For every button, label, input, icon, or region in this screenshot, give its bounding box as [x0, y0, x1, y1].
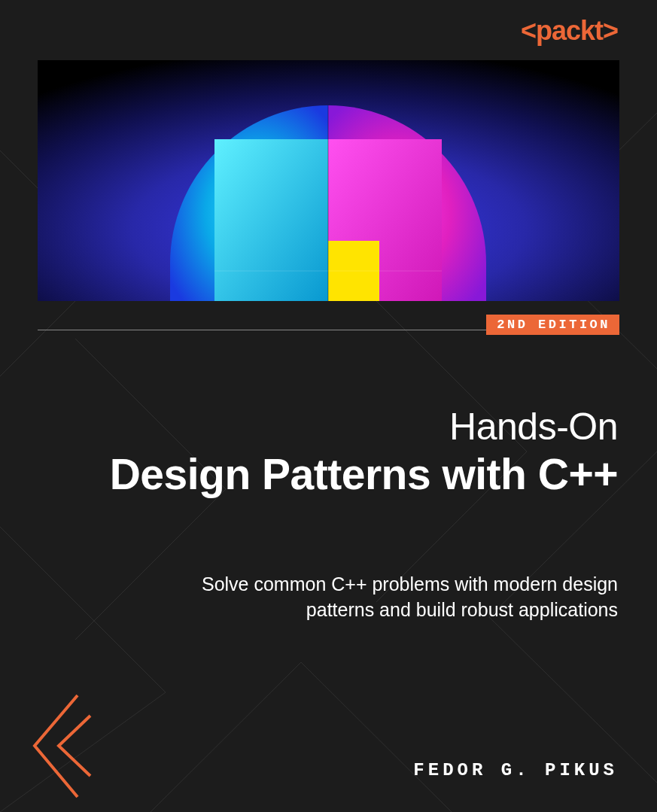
title-line-2: Design Patterns with C++ [39, 451, 618, 498]
book-title: Hands-On Design Patterns with C++ [39, 406, 618, 498]
chevron-accent-icon [29, 692, 96, 801]
book-subtitle: Solve common C++ problems with modern de… [151, 572, 618, 623]
title-line-1: Hands-On [39, 406, 618, 448]
publisher-logo: <packt> [521, 15, 618, 47]
author-name: FEDOR G. PIKUS [413, 760, 618, 780]
edition-badge: 2ND EDITION [486, 315, 619, 335]
cover-art [38, 60, 619, 301]
svg-rect-1 [214, 139, 328, 301]
